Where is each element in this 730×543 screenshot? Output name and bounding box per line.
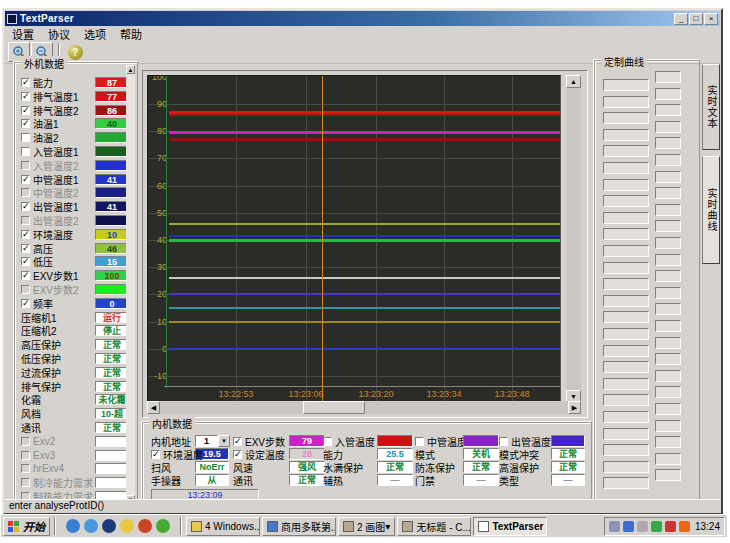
custom-curve-value[interactable]	[655, 171, 681, 183]
menu-item-2[interactable]: 选项	[77, 26, 113, 42]
checkbox-低压[interactable]: ✓	[21, 257, 30, 266]
speaker-icon[interactable]	[609, 521, 620, 532]
custom-curve-slot[interactable]	[603, 444, 649, 456]
sidebar-row[interactable]: Exv3	[21, 449, 129, 462]
sidebar-row[interactable]: 过流保护正常	[21, 366, 129, 379]
checkbox-出管温度[interactable]	[499, 437, 508, 446]
custom-curve-value[interactable]	[655, 386, 681, 398]
checkbox-环境温度[interactable]: ✓	[21, 230, 30, 239]
checkbox-能力[interactable]: ✓	[21, 78, 30, 87]
custom-curve-value[interactable]	[655, 436, 681, 448]
custom-curve-slot[interactable]	[603, 428, 649, 440]
custom-curve-value[interactable]	[655, 121, 681, 133]
sidebar-row[interactable]: 通讯正常	[21, 421, 129, 434]
custom-curve-slot[interactable]	[603, 262, 649, 274]
sidebar-row[interactable]: ✓排气温度177	[21, 90, 129, 103]
custom-curve-value[interactable]	[655, 270, 681, 282]
indoor-address-select[interactable]: 1	[195, 435, 218, 447]
maximize-button[interactable]: □	[689, 13, 703, 25]
chart-cursor[interactable]	[322, 76, 323, 402]
custom-curve-value[interactable]	[655, 337, 681, 349]
sidebar-row[interactable]: ✓频率0	[21, 297, 129, 310]
custom-curve-slot[interactable]	[603, 311, 649, 323]
sidebar-scrollbar[interactable]: ▲ ▼	[126, 65, 135, 504]
checkbox-油温1[interactable]: ✓	[21, 119, 30, 128]
side-tab-实时曲线[interactable]: 实时曲线	[702, 156, 720, 264]
sidebar-row[interactable]: 风档10-超	[21, 407, 129, 420]
ie-icon[interactable]	[66, 519, 80, 533]
sidebar-row[interactable]: EXV步数2	[21, 283, 129, 296]
custom-curve-slot[interactable]	[603, 361, 649, 373]
custom-curve-slot[interactable]	[603, 112, 649, 124]
monitor-icon[interactable]	[665, 521, 676, 532]
custom-curve-slot[interactable]	[603, 394, 649, 406]
custom-curve-value[interactable]	[655, 237, 681, 249]
checkbox-高压[interactable]: ✓	[21, 244, 30, 253]
dropdown-arrow-icon[interactable]: ▾	[385, 521, 390, 532]
network-icon[interactable]	[623, 521, 634, 532]
custom-curve-slot[interactable]	[603, 461, 649, 473]
taskbar-button-1[interactable]: 商用多联第...	[262, 517, 336, 536]
custom-curve-slot[interactable]	[603, 145, 649, 157]
custom-curve-value[interactable]	[655, 353, 681, 365]
custom-curve-value[interactable]	[655, 104, 681, 116]
checkbox-排气温度2[interactable]: ✓	[21, 106, 30, 115]
custom-curve-slot[interactable]	[603, 96, 649, 108]
custom-curve-slot[interactable]	[603, 179, 649, 191]
custom-curve-slot[interactable]	[603, 477, 649, 489]
dropdown-arrow-icon[interactable]: ▼	[218, 435, 230, 447]
menu-item-3[interactable]: 帮助	[113, 26, 149, 42]
chart-vertical-scrollbar[interactable]: ▲ ▼	[566, 75, 581, 403]
notes-icon[interactable]	[120, 519, 134, 533]
custom-curve-slot[interactable]	[603, 79, 649, 91]
media-icon[interactable]	[156, 519, 170, 533]
custom-curve-slot[interactable]	[603, 212, 649, 224]
custom-curve-value[interactable]	[655, 287, 681, 299]
custom-curve-value[interactable]	[655, 469, 681, 481]
side-tab-实时文本[interactable]: 实时文本	[702, 64, 720, 150]
custom-curve-slot[interactable]	[603, 411, 649, 423]
custom-curve-value[interactable]	[655, 453, 681, 465]
menu-item-1[interactable]: 协议	[41, 26, 77, 42]
sidebar-row[interactable]: ✓能力87	[21, 76, 129, 89]
sidebar-row[interactable]: 中管温度2	[21, 186, 129, 199]
minimize-button[interactable]: _	[674, 13, 688, 25]
scroll-up-icon[interactable]: ▲	[566, 75, 581, 88]
custom-curve-value[interactable]	[655, 254, 681, 266]
scroll-right-icon[interactable]: ▶	[568, 401, 581, 414]
sidebar-row[interactable]: ✓油温140	[21, 117, 129, 130]
custom-curve-value[interactable]	[655, 320, 681, 332]
custom-curve-slot[interactable]	[603, 278, 649, 290]
sidebar-row[interactable]: ✓排气温度286	[21, 104, 129, 117]
menu-item-0[interactable]: 设置	[5, 26, 41, 42]
custom-curve-slot[interactable]	[603, 328, 649, 340]
start-button[interactable]: 开始	[3, 517, 50, 536]
taskbar-button-4[interactable]: TextParser	[473, 517, 547, 536]
sidebar-row[interactable]: ✓EXV步数1100	[21, 269, 129, 282]
custom-curve-value[interactable]	[655, 137, 681, 149]
sidebar-row[interactable]: 制冷能力需求	[21, 476, 129, 489]
checkbox-入管温度1[interactable]	[21, 147, 30, 156]
titlebar[interactable]: TextParser _ □ ×	[5, 11, 720, 26]
sidebar-row[interactable]: 压缩机1运行	[21, 311, 129, 324]
custom-curve-slot[interactable]	[603, 195, 649, 207]
update-icon[interactable]	[637, 521, 648, 532]
custom-curve-slot[interactable]	[603, 345, 649, 357]
sidebar-row[interactable]: ✓高压46	[21, 242, 129, 255]
antivirus-icon[interactable]	[651, 521, 662, 532]
checkbox-环境温度[interactable]: ✓	[151, 450, 160, 459]
custom-curve-slot[interactable]	[603, 378, 649, 390]
checkbox-油温2[interactable]	[21, 133, 30, 142]
custom-curve-value[interactable]	[655, 370, 681, 382]
sidebar-row[interactable]: 入管温度1	[21, 145, 129, 158]
custom-curve-slot[interactable]	[603, 245, 649, 257]
sidebar-row[interactable]: hrExv4	[21, 462, 129, 475]
custom-curve-value[interactable]	[655, 154, 681, 166]
checkbox-频率[interactable]: ✓	[21, 299, 30, 308]
sidebar-row[interactable]: 出管温度2	[21, 214, 129, 227]
msn-icon[interactable]	[84, 519, 98, 533]
checkbox-EXV步数[interactable]: ✓	[233, 437, 242, 446]
custom-curve-value[interactable]	[655, 303, 681, 315]
custom-curve-value[interactable]	[655, 71, 681, 83]
sidebar-row[interactable]: 油温2	[21, 131, 129, 144]
